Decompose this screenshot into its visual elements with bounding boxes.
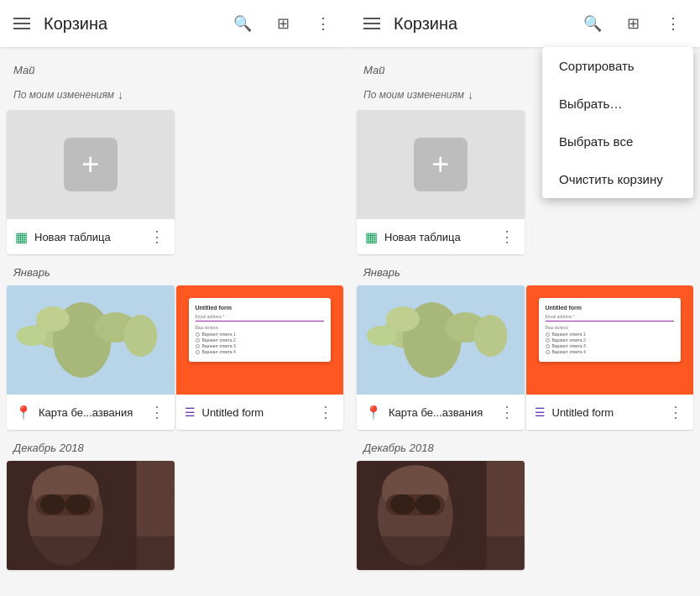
card-more-btn-left-3[interactable]: ⋮	[316, 401, 335, 423]
sheets-icon-right: ▦	[365, 229, 378, 245]
december-row-right	[350, 459, 700, 572]
map-footer-right: 📍 Карта бе...азвания ⋮	[357, 395, 525, 430]
new-spreadsheet-footer-left: ▦ Новая таблица ⋮	[7, 219, 175, 254]
left-panel: Корзина 🔍 ⊞ ⋮ Май По моим изменениям ↓ +…	[0, 0, 350, 596]
forms-icon-left: ☰	[185, 405, 196, 419]
sort-arrow-left: ↓	[118, 88, 123, 102]
form-option-4-right: Вариант ответа 4	[546, 349, 675, 354]
form-thumb-left: Untitled form Email address * Ваш вопрос…	[176, 285, 344, 395]
right-panel: Корзина 🔍 ⊞ ⋮ Сортировать Выбрать… Выбра…	[350, 0, 700, 596]
svg-rect-29	[357, 536, 525, 570]
card-more-btn-left-1[interactable]: ⋮	[148, 226, 166, 248]
card-more-btn-left-2[interactable]: ⋮	[148, 401, 166, 423]
more-options-button-right[interactable]: ⋮	[660, 10, 687, 37]
may-row-left: + ▦ Новая таблица ⋮	[0, 108, 350, 256]
hamburger-icon[interactable]	[13, 18, 30, 29]
sort-arrow-right: ↓	[468, 88, 473, 102]
form-field-right: Email address *	[546, 314, 675, 319]
new-spreadsheet-card-left[interactable]: + ▦ Новая таблица ⋮	[7, 110, 175, 254]
form-title-right: Untitled form	[546, 305, 675, 311]
new-spreadsheet-card-right[interactable]: + ▦ Новая таблица ⋮	[357, 110, 525, 254]
form-option-3-right: Вариант ответа 3	[546, 343, 675, 348]
sort-label-left: По моим изменениям	[13, 89, 114, 101]
plus-icon-right: +	[414, 138, 468, 191]
form-footer-right: ☰ Untitled form ⋮	[526, 395, 694, 430]
new-spreadsheet-thumb-right: +	[357, 110, 525, 219]
new-spreadsheet-thumb-left: +	[7, 110, 175, 219]
form-card-left[interactable]: Untitled form Email address * Ваш вопрос…	[176, 285, 344, 430]
right-topbar: Корзина 🔍 ⊞ ⋮	[350, 0, 700, 47]
svg-point-12	[65, 494, 91, 515]
form-inner-right: Untitled form Email address * Ваш вопрос…	[539, 298, 682, 362]
form-option-4-left: Вариант ответа 4	[196, 349, 325, 354]
hamburger-icon-right[interactable]	[363, 18, 380, 29]
section-may-left: Май	[0, 54, 350, 81]
december-row-left	[0, 459, 350, 572]
dropdown-clear-trash[interactable]: Очистить корзину	[542, 160, 693, 198]
photo-thumb-right	[357, 461, 525, 570]
svg-point-26	[390, 494, 415, 515]
map-thumb-right	[357, 285, 525, 395]
map-card-left[interactable]: 📍 Карта бе...азвания ⋮	[7, 285, 175, 430]
map-label-right: Карта бе...азвания	[389, 406, 491, 419]
form-card-right[interactable]: Untitled form Email address * Ваш вопрос…	[526, 285, 694, 430]
dropdown-select[interactable]: Выбрать…	[542, 85, 693, 123]
forms-icon-right: ☰	[535, 405, 546, 419]
form-footer-left: ☰ Untitled form ⋮	[176, 395, 344, 430]
card-more-btn-right-2[interactable]: ⋮	[498, 401, 516, 423]
search-button[interactable]: 🔍	[229, 10, 256, 37]
more-options-button[interactable]: ⋮	[310, 10, 337, 37]
section-january-left: Январь	[0, 256, 350, 284]
svg-point-5	[124, 315, 158, 357]
svg-point-11	[40, 494, 65, 515]
dropdown-menu: Сортировать Выбрать… Выбрать все Очистит…	[542, 47, 693, 198]
form-option-2-right: Вариант ответа 2	[546, 337, 675, 342]
card-more-btn-right-1[interactable]: ⋮	[498, 226, 516, 248]
form-option-1-right: Вариант ответа 1	[546, 332, 675, 337]
form-inner-left: Untitled form Email address * Ваш вопрос…	[189, 298, 332, 362]
svg-point-18	[386, 306, 420, 332]
maps-icon-right: 📍	[365, 405, 382, 421]
form-label-right: Untitled form	[552, 406, 661, 419]
search-button-right[interactable]: 🔍	[579, 10, 606, 37]
svg-point-27	[415, 494, 441, 515]
svg-point-21	[367, 326, 397, 346]
map-card-right[interactable]: 📍 Карта бе...азвания ⋮	[357, 285, 525, 430]
section-december-left: Декабрь 2018	[0, 431, 350, 459]
map-footer-left: 📍 Карта бе...азвания ⋮	[7, 395, 175, 430]
sheets-icon-left: ▦	[15, 229, 28, 245]
january-row-right: 📍 Карта бе...азвания ⋮ Untitled form Ema…	[350, 284, 700, 431]
new-spreadsheet-label-right: Новая таблица	[384, 231, 491, 243]
dropdown-sort[interactable]: Сортировать	[542, 47, 693, 85]
form-section-right: Ваш вопрос	[546, 325, 675, 330]
form-option-1-left: Вариант ответа 1	[196, 332, 325, 337]
svg-point-6	[17, 326, 47, 346]
form-field-left: Email address *	[196, 314, 325, 319]
maps-icon-left: 📍	[15, 405, 32, 421]
photo-card-left[interactable]	[7, 461, 175, 570]
left-content: Май По моим изменениям ↓ + ▦ Новая табли…	[0, 47, 350, 596]
grid-view-button-right[interactable]: ⊞	[619, 10, 646, 37]
form-title-left: Untitled form	[196, 305, 325, 311]
form-thumb-right: Untitled form Email address * Ваш вопрос…	[526, 285, 694, 395]
card-more-btn-right-3[interactable]: ⋮	[666, 401, 685, 423]
form-option-3-left: Вариант ответа 3	[196, 343, 325, 348]
map-label-left: Карта бе...азвания	[39, 406, 141, 419]
section-december-right: Декабрь 2018	[350, 431, 700, 459]
map-thumb-left	[7, 285, 175, 395]
svg-point-20	[474, 315, 508, 357]
page-title: Корзина	[44, 14, 216, 34]
january-row-left: 📍 Карта бе...азвания ⋮ Untitled form Ema…	[0, 284, 350, 431]
photo-thumb-left	[7, 461, 175, 570]
dropdown-select-all[interactable]: Выбрать все	[542, 123, 693, 160]
grid-view-button[interactable]: ⊞	[269, 10, 296, 37]
form-option-2-left: Вариант ответа 2	[196, 337, 325, 342]
new-spreadsheet-footer-right: ▦ Новая таблица ⋮	[357, 219, 525, 254]
form-label-left: Untitled form	[202, 406, 311, 419]
plus-icon-left: +	[64, 138, 118, 191]
photo-card-right[interactable]	[357, 461, 525, 570]
sort-label-right: По моим изменениям	[363, 89, 464, 101]
new-spreadsheet-label-left: Новая таблица	[34, 231, 141, 243]
sort-bar-left: По моим изменениям ↓	[0, 81, 350, 108]
left-topbar: Корзина 🔍 ⊞ ⋮	[0, 0, 350, 47]
